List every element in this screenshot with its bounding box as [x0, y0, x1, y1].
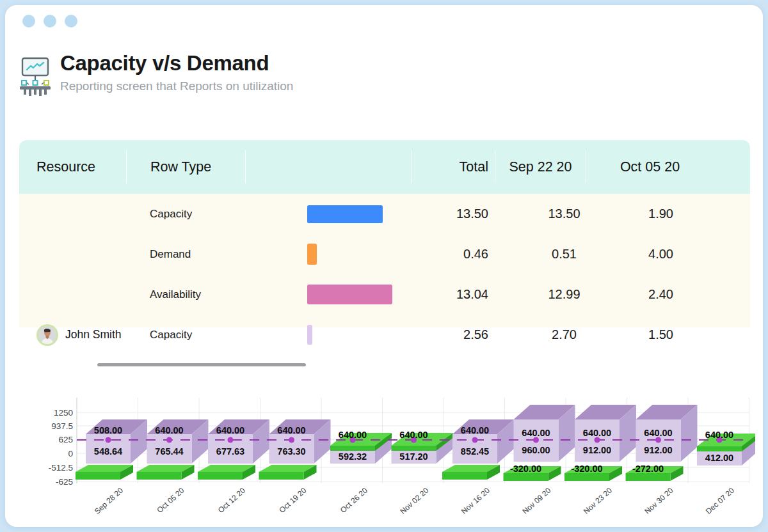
column-header: Sep 22 20 [495, 150, 586, 184]
column-header: Row Type [126, 150, 245, 184]
capacity-line-dot [166, 437, 172, 443]
svg-text:-625: -625 [56, 477, 73, 487]
capacity-value-label: 640.00 [583, 428, 611, 438]
x-axis-label: Nov 30 20 [643, 486, 675, 516]
resource-name: John Smith [65, 328, 122, 341]
table-body: Capacity13.5013.501.90Demand0.460.514.00… [19, 194, 750, 355]
capacity-value-label: 640.00 [399, 430, 428, 440]
value-cell-oct: 1.50 [586, 327, 714, 342]
table-header-row: ResourceRow TypeTotalSep 22 20Oct 05 20 [19, 140, 750, 194]
column-header: Total [412, 150, 495, 184]
row-bar-cell [245, 244, 412, 265]
row-type-label: Capacity [126, 208, 245, 221]
x-axis-label: Oct 19 20 [277, 486, 308, 515]
value-cell-oct: 2.40 [586, 287, 714, 302]
column-header: Resource [19, 150, 126, 184]
row-type-label: Demand [126, 248, 245, 261]
capacity-line-dot [228, 437, 234, 443]
page-background: Capacity v/s Demand Reporting screen tha… [0, 0, 768, 532]
table-row[interactable]: Availability13.0412.992.40 [19, 274, 750, 315]
page-subtitle: Reporting screen that Reports on utiliza… [60, 79, 293, 93]
avatar [36, 324, 58, 346]
capacity-value-label: 640.00 [644, 428, 672, 438]
capacity-line-dot [472, 437, 478, 443]
svg-text:0: 0 [68, 449, 73, 458]
demand-value-label: 852.45 [461, 446, 489, 457]
capacity-value-label: 640.00 [522, 428, 550, 438]
x-axis-label: Oct 05 20 [155, 486, 186, 515]
demand-value-label: 548.64 [94, 446, 122, 457]
value-cell-oct: 1.90 [586, 207, 714, 221]
presentation-chart-icon [18, 56, 52, 96]
value-cell-oct: 4.00 [586, 247, 714, 262]
x-axis-label: Nov 23 20 [582, 486, 614, 516]
report-header: Capacity v/s Demand Reporting screen tha… [18, 51, 293, 96]
availability-bar [307, 285, 392, 304]
capacity-line-dot [106, 437, 111, 443]
x-axis-label: Oct 26 20 [339, 486, 369, 515]
demand-value-label: 912.00 [583, 445, 611, 455]
demand-value-label: 763.30 [277, 446, 305, 457]
column-header [245, 150, 412, 184]
row-bar-cell [245, 285, 412, 304]
svg-text:937.5: 937.5 [51, 421, 73, 431]
window-control-dot[interactable] [44, 15, 56, 27]
table-row[interactable]: Demand0.460.514.00 [19, 234, 750, 274]
capacity-value-label: 640.00 [155, 425, 183, 435]
demand-value-label: 412.00 [705, 453, 733, 463]
capacity-value-label: 640.00 [461, 425, 489, 435]
demand-bar [307, 244, 317, 265]
x-axis-label: Nov 02 20 [398, 486, 430, 516]
horizontal-scrollbar[interactable] [97, 363, 306, 366]
window-control-dot[interactable] [65, 15, 77, 27]
svg-text:625: 625 [58, 435, 73, 444]
demand-value-label: 592.32 [339, 451, 367, 462]
value-cell-sep: 0.51 [495, 247, 586, 262]
x-axis-label: Oct 12 20 [216, 486, 247, 515]
value-cell-total: 13.04 [412, 287, 495, 302]
row-bar-cell [245, 325, 412, 345]
capacity-line-dot [289, 437, 294, 443]
availability-value-label: -320.00 [510, 464, 541, 474]
value-cell-sep: 12.99 [495, 287, 586, 302]
value-cell-sep: 2.70 [495, 327, 586, 342]
table-row[interactable]: John SmithCapacity2.562.701.50 [19, 315, 750, 355]
demand-value-label: 912.00 [644, 445, 672, 455]
capacity-value-label: 640.00 [339, 430, 367, 440]
capacity-value-label: 640.00 [216, 425, 244, 435]
svg-text:-512.5: -512.5 [49, 463, 73, 473]
capacity-demand-chart: 1250937.56250-512.5-625508.00548.64Sep 2… [19, 394, 755, 527]
capacity-value-label: 640.00 [705, 430, 733, 440]
avatar-image [38, 326, 56, 344]
capacity-bar [307, 325, 312, 345]
svg-text:1250: 1250 [54, 408, 73, 418]
availability-value-label: -320.00 [571, 464, 602, 474]
capacity-bar [307, 205, 383, 223]
demand-value-label: 677.63 [216, 446, 244, 457]
table-row[interactable]: Capacity13.5013.501.90 [19, 194, 750, 234]
value-cell-total: 0.46 [412, 247, 495, 262]
capacity-value-label: 508.00 [94, 425, 122, 435]
value-cell-sep: 13.50 [495, 207, 586, 221]
x-axis-label: Sep 28 20 [93, 486, 125, 516]
column-header: Oct 05 20 [586, 150, 714, 184]
row-type-label: Capacity [126, 329, 245, 341]
row-bar-cell [245, 205, 412, 223]
window-controls [22, 15, 77, 27]
resource-cell: John Smith [19, 324, 126, 346]
page-title: Capacity v/s Demand [60, 51, 293, 75]
capacity-table: ResourceRow TypeTotalSep 22 20Oct 05 20 … [19, 140, 750, 355]
value-cell-total: 13.50 [412, 207, 495, 221]
x-axis-label: Nov 09 20 [520, 486, 552, 516]
window-control-dot[interactable] [22, 15, 35, 27]
capacity-value-label: 640.00 [277, 425, 305, 435]
demand-value-label: 765.44 [155, 446, 183, 457]
value-cell-total: 2.56 [412, 327, 495, 342]
row-type-label: Availability [126, 288, 245, 301]
demand-value-label: 960.00 [522, 445, 550, 455]
x-axis-label: Dec 07 20 [704, 486, 736, 516]
availability-value-label: -272.00 [632, 464, 664, 474]
app-window: Capacity v/s Demand Reporting screen tha… [5, 5, 763, 527]
x-axis-label: Nov 16 20 [460, 486, 492, 516]
demand-value-label: 517.20 [399, 451, 428, 462]
